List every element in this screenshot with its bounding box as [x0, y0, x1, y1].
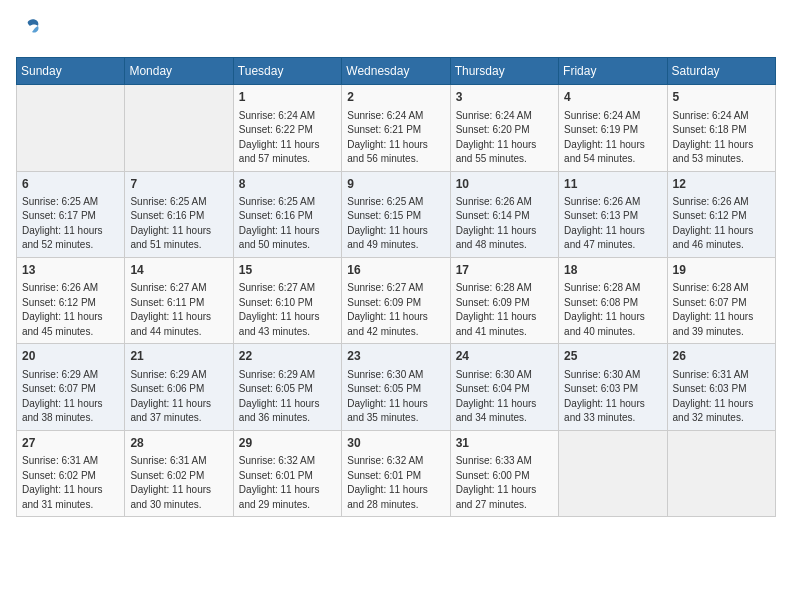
day-number: 2: [347, 89, 444, 106]
day-number: 25: [564, 348, 661, 365]
day-number: 16: [347, 262, 444, 279]
calendar-cell: 23Sunrise: 6:30 AM Sunset: 6:05 PM Dayli…: [342, 344, 450, 430]
calendar-cell: 31Sunrise: 6:33 AM Sunset: 6:00 PM Dayli…: [450, 430, 558, 516]
day-number: 3: [456, 89, 553, 106]
day-number: 31: [456, 435, 553, 452]
cell-sun-info: Sunrise: 6:28 AM Sunset: 6:07 PM Dayligh…: [673, 281, 770, 339]
day-number: 20: [22, 348, 119, 365]
cell-sun-info: Sunrise: 6:26 AM Sunset: 6:14 PM Dayligh…: [456, 195, 553, 253]
day-number: 1: [239, 89, 336, 106]
day-number: 6: [22, 176, 119, 193]
day-number: 29: [239, 435, 336, 452]
logo: [16, 16, 42, 45]
cell-sun-info: Sunrise: 6:24 AM Sunset: 6:22 PM Dayligh…: [239, 109, 336, 167]
cell-sun-info: Sunrise: 6:27 AM Sunset: 6:10 PM Dayligh…: [239, 281, 336, 339]
day-number: 17: [456, 262, 553, 279]
day-number: 5: [673, 89, 770, 106]
day-number: 27: [22, 435, 119, 452]
day-number: 15: [239, 262, 336, 279]
cell-sun-info: Sunrise: 6:25 AM Sunset: 6:16 PM Dayligh…: [130, 195, 227, 253]
cell-sun-info: Sunrise: 6:30 AM Sunset: 6:05 PM Dayligh…: [347, 368, 444, 426]
weekday-label: Friday: [559, 58, 667, 85]
calendar-cell: 11Sunrise: 6:26 AM Sunset: 6:13 PM Dayli…: [559, 171, 667, 257]
calendar-cell: 4Sunrise: 6:24 AM Sunset: 6:19 PM Daylig…: [559, 85, 667, 171]
calendar-cell: 9Sunrise: 6:25 AM Sunset: 6:15 PM Daylig…: [342, 171, 450, 257]
cell-sun-info: Sunrise: 6:31 AM Sunset: 6:02 PM Dayligh…: [130, 454, 227, 512]
calendar-cell: 28Sunrise: 6:31 AM Sunset: 6:02 PM Dayli…: [125, 430, 233, 516]
cell-sun-info: Sunrise: 6:32 AM Sunset: 6:01 PM Dayligh…: [239, 454, 336, 512]
cell-sun-info: Sunrise: 6:29 AM Sunset: 6:07 PM Dayligh…: [22, 368, 119, 426]
cell-sun-info: Sunrise: 6:27 AM Sunset: 6:09 PM Dayligh…: [347, 281, 444, 339]
calendar-cell: 20Sunrise: 6:29 AM Sunset: 6:07 PM Dayli…: [17, 344, 125, 430]
day-number: 23: [347, 348, 444, 365]
weekday-label: Thursday: [450, 58, 558, 85]
weekday-label: Sunday: [17, 58, 125, 85]
calendar-cell: 18Sunrise: 6:28 AM Sunset: 6:08 PM Dayli…: [559, 257, 667, 343]
calendar-cell: [17, 85, 125, 171]
calendar-week-row: 27Sunrise: 6:31 AM Sunset: 6:02 PM Dayli…: [17, 430, 776, 516]
calendar-cell: 27Sunrise: 6:31 AM Sunset: 6:02 PM Dayli…: [17, 430, 125, 516]
calendar-cell: 14Sunrise: 6:27 AM Sunset: 6:11 PM Dayli…: [125, 257, 233, 343]
day-number: 12: [673, 176, 770, 193]
cell-sun-info: Sunrise: 6:26 AM Sunset: 6:12 PM Dayligh…: [673, 195, 770, 253]
weekday-label: Tuesday: [233, 58, 341, 85]
logo-bird-icon: [18, 16, 42, 40]
cell-sun-info: Sunrise: 6:26 AM Sunset: 6:13 PM Dayligh…: [564, 195, 661, 253]
calendar-cell: 16Sunrise: 6:27 AM Sunset: 6:09 PM Dayli…: [342, 257, 450, 343]
weekday-header-row: SundayMondayTuesdayWednesdayThursdayFrid…: [17, 58, 776, 85]
weekday-label: Monday: [125, 58, 233, 85]
day-number: 9: [347, 176, 444, 193]
cell-sun-info: Sunrise: 6:24 AM Sunset: 6:21 PM Dayligh…: [347, 109, 444, 167]
calendar-cell: 1Sunrise: 6:24 AM Sunset: 6:22 PM Daylig…: [233, 85, 341, 171]
cell-sun-info: Sunrise: 6:31 AM Sunset: 6:03 PM Dayligh…: [673, 368, 770, 426]
cell-sun-info: Sunrise: 6:29 AM Sunset: 6:05 PM Dayligh…: [239, 368, 336, 426]
calendar-cell: [667, 430, 775, 516]
calendar-cell: 30Sunrise: 6:32 AM Sunset: 6:01 PM Dayli…: [342, 430, 450, 516]
calendar-cell: 25Sunrise: 6:30 AM Sunset: 6:03 PM Dayli…: [559, 344, 667, 430]
calendar-cell: 8Sunrise: 6:25 AM Sunset: 6:16 PM Daylig…: [233, 171, 341, 257]
cell-sun-info: Sunrise: 6:24 AM Sunset: 6:18 PM Dayligh…: [673, 109, 770, 167]
calendar-cell: 7Sunrise: 6:25 AM Sunset: 6:16 PM Daylig…: [125, 171, 233, 257]
cell-sun-info: Sunrise: 6:27 AM Sunset: 6:11 PM Dayligh…: [130, 281, 227, 339]
cell-sun-info: Sunrise: 6:30 AM Sunset: 6:03 PM Dayligh…: [564, 368, 661, 426]
day-number: 11: [564, 176, 661, 193]
calendar-cell: 19Sunrise: 6:28 AM Sunset: 6:07 PM Dayli…: [667, 257, 775, 343]
day-number: 10: [456, 176, 553, 193]
calendar-cell: 10Sunrise: 6:26 AM Sunset: 6:14 PM Dayli…: [450, 171, 558, 257]
calendar-cell: 24Sunrise: 6:30 AM Sunset: 6:04 PM Dayli…: [450, 344, 558, 430]
calendar-cell: 2Sunrise: 6:24 AM Sunset: 6:21 PM Daylig…: [342, 85, 450, 171]
cell-sun-info: Sunrise: 6:28 AM Sunset: 6:09 PM Dayligh…: [456, 281, 553, 339]
calendar-cell: 15Sunrise: 6:27 AM Sunset: 6:10 PM Dayli…: [233, 257, 341, 343]
cell-sun-info: Sunrise: 6:26 AM Sunset: 6:12 PM Dayligh…: [22, 281, 119, 339]
day-number: 24: [456, 348, 553, 365]
day-number: 30: [347, 435, 444, 452]
cell-sun-info: Sunrise: 6:30 AM Sunset: 6:04 PM Dayligh…: [456, 368, 553, 426]
calendar-cell: 6Sunrise: 6:25 AM Sunset: 6:17 PM Daylig…: [17, 171, 125, 257]
day-number: 4: [564, 89, 661, 106]
calendar-week-row: 13Sunrise: 6:26 AM Sunset: 6:12 PM Dayli…: [17, 257, 776, 343]
day-number: 21: [130, 348, 227, 365]
cell-sun-info: Sunrise: 6:33 AM Sunset: 6:00 PM Dayligh…: [456, 454, 553, 512]
day-number: 14: [130, 262, 227, 279]
calendar-cell: 5Sunrise: 6:24 AM Sunset: 6:18 PM Daylig…: [667, 85, 775, 171]
page-header: [16, 16, 776, 45]
day-number: 8: [239, 176, 336, 193]
calendar-cell: 29Sunrise: 6:32 AM Sunset: 6:01 PM Dayli…: [233, 430, 341, 516]
cell-sun-info: Sunrise: 6:29 AM Sunset: 6:06 PM Dayligh…: [130, 368, 227, 426]
calendar-week-row: 20Sunrise: 6:29 AM Sunset: 6:07 PM Dayli…: [17, 344, 776, 430]
day-number: 22: [239, 348, 336, 365]
cell-sun-info: Sunrise: 6:32 AM Sunset: 6:01 PM Dayligh…: [347, 454, 444, 512]
day-number: 7: [130, 176, 227, 193]
calendar-week-row: 1Sunrise: 6:24 AM Sunset: 6:22 PM Daylig…: [17, 85, 776, 171]
calendar-cell: [559, 430, 667, 516]
cell-sun-info: Sunrise: 6:25 AM Sunset: 6:16 PM Dayligh…: [239, 195, 336, 253]
cell-sun-info: Sunrise: 6:25 AM Sunset: 6:17 PM Dayligh…: [22, 195, 119, 253]
cell-sun-info: Sunrise: 6:28 AM Sunset: 6:08 PM Dayligh…: [564, 281, 661, 339]
day-number: 18: [564, 262, 661, 279]
weekday-label: Saturday: [667, 58, 775, 85]
day-number: 19: [673, 262, 770, 279]
weekday-label: Wednesday: [342, 58, 450, 85]
calendar-week-row: 6Sunrise: 6:25 AM Sunset: 6:17 PM Daylig…: [17, 171, 776, 257]
day-number: 28: [130, 435, 227, 452]
cell-sun-info: Sunrise: 6:24 AM Sunset: 6:19 PM Dayligh…: [564, 109, 661, 167]
